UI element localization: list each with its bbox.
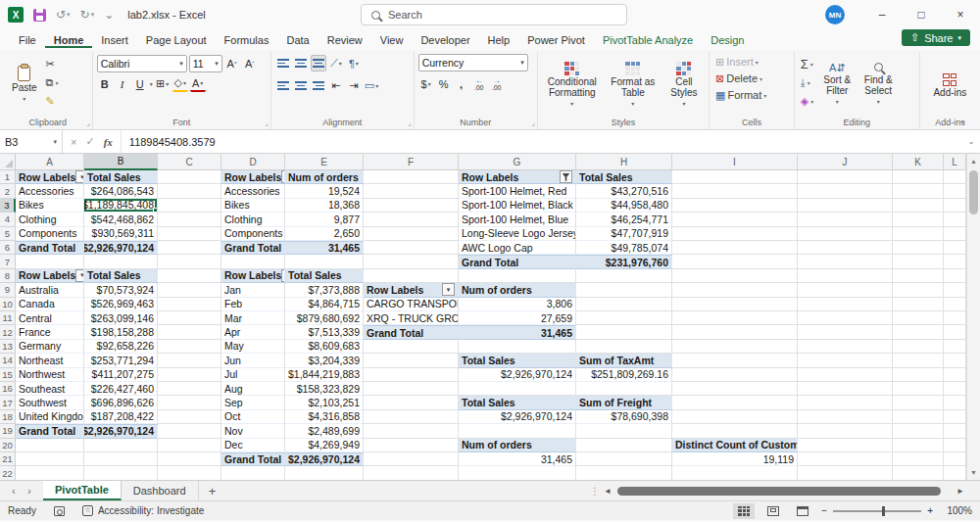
row-header-16[interactable]: 16 (0, 382, 16, 396)
menu-tab-power-pivot[interactable]: Power Pivot (518, 32, 594, 48)
cell-H19[interactable] (576, 424, 672, 438)
cell-F8[interactable] (364, 269, 459, 283)
zoom-level[interactable]: 100% (941, 505, 972, 516)
filter-dropdown-icon[interactable]: ▼ (442, 283, 455, 296)
cell-A17[interactable]: Southwest (16, 396, 84, 409)
vertical-scroll-thumb[interactable] (969, 170, 978, 214)
cell-A22[interactable] (16, 466, 84, 480)
cell-H7[interactable]: $231,976,760 (576, 255, 672, 268)
close-button[interactable]: × (941, 0, 980, 29)
cell-K18[interactable] (893, 410, 944, 424)
cell-J5[interactable] (798, 227, 893, 241)
alignment-dialog-launcher[interactable]: ⌟ (408, 119, 411, 127)
cell-H4[interactable]: $46,254,771 (576, 213, 672, 226)
column-header-H[interactable]: H (576, 154, 672, 170)
cell-C4[interactable] (158, 213, 221, 226)
cell-C19[interactable] (158, 424, 221, 438)
cell-I6[interactable] (672, 241, 798, 255)
cell-F3[interactable] (364, 199, 459, 213)
cell-J15[interactable] (798, 368, 893, 382)
cell-J3[interactable] (798, 199, 893, 213)
cell-B5[interactable]: $930,569,311 (84, 227, 158, 241)
cell-K22[interactable] (893, 466, 944, 480)
column-header-A[interactable]: A (16, 154, 84, 170)
cell-D19[interactable]: Nov (221, 424, 285, 438)
cell-C2[interactable] (158, 184, 221, 198)
select-all-corner[interactable] (0, 154, 16, 170)
cell-B2[interactable]: $264,086,543 (84, 184, 158, 198)
row-header-12[interactable]: 12 (0, 325, 16, 339)
cell-C1[interactable] (158, 170, 221, 184)
cell-J9[interactable] (798, 283, 893, 297)
cell-C3[interactable] (158, 199, 221, 213)
percent-format-button[interactable]: % (436, 75, 452, 92)
cell-H13[interactable] (576, 340, 672, 354)
cell-B11[interactable]: $263,099,146 (84, 311, 158, 325)
cell-A20[interactable] (16, 439, 84, 452)
cell-H22[interactable] (576, 466, 672, 480)
shrink-font-button[interactable]: Aˇ (242, 55, 258, 71)
row-header-17[interactable]: 17 (0, 396, 16, 409)
cell-F14[interactable] (364, 354, 459, 367)
scroll-up-icon[interactable]: ▲ (967, 154, 980, 168)
cell-D20[interactable]: Dec (221, 439, 285, 452)
cell-I21[interactable]: 19,119 (672, 452, 798, 466)
increase-indent-button[interactable]: ⇥ (346, 77, 362, 94)
cell-C12[interactable] (158, 325, 221, 339)
cell-I1[interactable] (672, 170, 798, 184)
scroll-left-icon[interactable]: ◄ (604, 487, 612, 496)
cell-A14[interactable]: Northeast (16, 354, 84, 367)
cell-I20[interactable]: Distinct Count of CustomerID (672, 439, 798, 452)
cell-B10[interactable]: $526,969,463 (84, 298, 158, 311)
menu-tab-design[interactable]: Design (702, 32, 753, 48)
cell-D2[interactable]: Accessories (221, 184, 285, 198)
cell-D14[interactable]: Jun (221, 354, 285, 367)
cell-F11[interactable]: XRQ - TRUCK GROUND (364, 311, 459, 325)
cell-C13[interactable] (158, 340, 221, 354)
menu-tab-file[interactable]: File (10, 32, 45, 48)
cell-E3[interactable]: 18,368 (285, 199, 364, 213)
align-middle-button[interactable] (293, 55, 309, 71)
cell-I14[interactable] (672, 354, 798, 367)
cell-A5[interactable]: Components (16, 227, 84, 241)
expand-formula-bar-icon[interactable]: ⌄ (962, 130, 980, 153)
menu-tab-help[interactable]: Help (479, 32, 519, 48)
cell-J17[interactable] (798, 396, 893, 409)
clipboard-dialog-launcher[interactable]: ⌟ (86, 119, 89, 127)
cell-H12[interactable] (576, 325, 672, 339)
redo-button[interactable]: ↻▾ (80, 8, 95, 22)
cell-L10[interactable] (944, 298, 966, 311)
filter-dropdown-icon[interactable]: ▼ (75, 170, 84, 183)
cell-G8[interactable] (459, 269, 576, 283)
cell-G12[interactable]: 31,465 (459, 325, 576, 339)
cell-B9[interactable]: $70,573,924 (84, 283, 158, 297)
cell-H18[interactable]: $78,690,398 (576, 410, 672, 424)
row-header-14[interactable]: 14 (0, 354, 16, 367)
cell-L8[interactable] (944, 269, 966, 283)
cell-I7[interactable] (672, 255, 798, 268)
cell-C20[interactable] (158, 439, 221, 452)
row-header-20[interactable]: 20 (0, 439, 16, 452)
cell-F20[interactable] (364, 439, 459, 452)
cell-F12[interactable]: Grand Total (364, 325, 459, 339)
cell-L6[interactable] (944, 241, 966, 255)
cell-K11[interactable] (893, 311, 944, 325)
row-header-8[interactable]: 8 (0, 269, 16, 283)
cell-D1[interactable]: Row Labels▼ (221, 170, 285, 184)
filter-active-icon[interactable] (560, 170, 572, 183)
cell-G10[interactable]: 3,806 (459, 298, 576, 311)
cell-K3[interactable] (893, 199, 944, 213)
cell-H17[interactable]: Sum of Freight (576, 396, 672, 409)
insert-cells-button[interactable]: ⊞ Insert▾ (713, 54, 790, 70)
cell-F2[interactable] (364, 184, 459, 198)
maximize-button[interactable]: □ (902, 0, 941, 29)
cell-H2[interactable]: $43,270,516 (576, 184, 672, 198)
cell-F10[interactable]: CARGO TRANSPORT 5 (364, 298, 459, 311)
cell-D11[interactable]: Mar (221, 311, 285, 325)
cell-E6[interactable]: 31,465 (285, 241, 364, 255)
cell-F16[interactable] (364, 382, 459, 396)
cell-G13[interactable] (459, 340, 576, 354)
menu-tab-page-layout[interactable]: Page Layout (137, 32, 216, 48)
cell-G9[interactable]: Num of orders (459, 283, 576, 297)
row-header-5[interactable]: 5 (0, 227, 16, 241)
